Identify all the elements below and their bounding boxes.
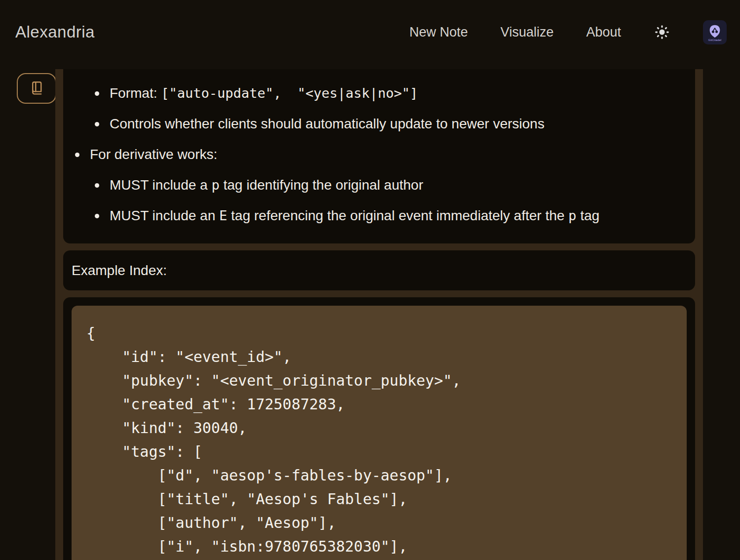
document-scroll-area[interactable]: Format: ["auto-update", "<yes|ask|no>"] … [55, 69, 703, 560]
list-item: For derivative works: MUST include a p t… [90, 145, 685, 225]
bullet-text: MUST include an [110, 208, 219, 223]
sun-icon [655, 25, 669, 40]
gitcitadel-shield-icon [709, 25, 721, 38]
bullet-text: Format: [110, 85, 161, 101]
example-index-card: Example Index: [63, 250, 695, 290]
json-code-block[interactable]: { "id": "<event_id>", "pubkey": "<event_… [72, 306, 687, 560]
list-item: MUST include an E tag referencing the or… [110, 206, 685, 225]
inline-code: p [211, 177, 219, 193]
example-index-label: Example Index: [72, 263, 167, 279]
nested-bullet-list: Format: ["auto-update", "<yes|ask|no>"] … [110, 84, 685, 133]
inline-code: p [568, 208, 576, 223]
nav-new-note[interactable]: New Note [409, 25, 468, 40]
bullet-text: Controls whether clients should automati… [110, 116, 545, 131]
top-bar: Alexandria New Note Visualize About [0, 0, 740, 64]
inline-code: E [219, 208, 227, 223]
book-icon [28, 80, 45, 97]
main-nav: New Note Visualize About [409, 0, 727, 64]
spec-rules-card: Format: ["auto-update", "<yes|ask|no>"] … [63, 69, 695, 243]
nav-visualize[interactable]: Visualize [501, 25, 554, 40]
inline-code: ["auto-update", "<yes|ask|no>"] [161, 85, 418, 101]
theme-toggle-button[interactable] [654, 24, 670, 40]
nav-about[interactable]: About [586, 25, 621, 40]
list-item: Controls whether clients should automati… [110, 115, 685, 133]
bullet-text: tag [577, 208, 600, 223]
json-code-text: { "id": "<event_id>", "pubkey": "<event_… [86, 321, 672, 559]
nested-bullet-list: MUST include a p tag identifying the ori… [110, 176, 685, 225]
bullet-text: tag identifying the original author [220, 177, 424, 193]
app-title[interactable]: Alexandria [15, 23, 95, 41]
gitcitadel-logo[interactable]: GitCitadel [703, 20, 727, 44]
bullet-text: MUST include a [110, 177, 211, 193]
outer-bullet-list: For derivative works: MUST include a p t… [90, 145, 685, 225]
gitcitadel-logo-caption: GitCitadel [708, 39, 721, 41]
bullet-text: For derivative works: [90, 147, 217, 162]
toc-sidebar-toggle-button[interactable] [17, 73, 56, 104]
list-item: MUST include a p tag identifying the ori… [110, 176, 685, 195]
list-item: Format: ["auto-update", "<yes|ask|no>"] [110, 84, 685, 103]
example-code-card: { "id": "<event_id>", "pubkey": "<event_… [63, 297, 695, 560]
bullet-text: tag referencing the original event immed… [227, 208, 568, 223]
